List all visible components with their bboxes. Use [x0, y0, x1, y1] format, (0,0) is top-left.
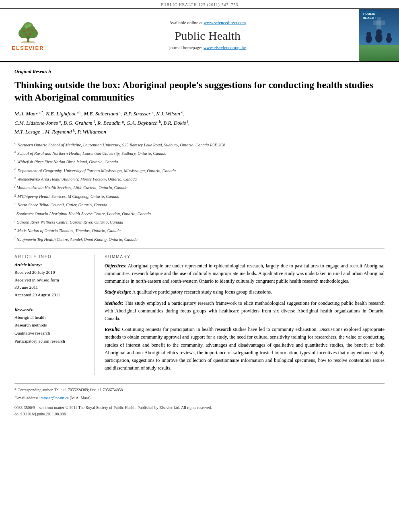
journal-cover-image: PUBLIC HEALTH — [359, 9, 399, 61]
email-author: (M.A. Maar). — [70, 396, 92, 400]
journal-header: ELSEVIER Available online at www.science… — [0, 9, 399, 62]
svg-rect-24 — [373, 21, 385, 25]
keyword-3: Qualitative research — [14, 329, 88, 337]
keyword-4: Participatory action research — [14, 337, 88, 345]
received-date: Received 20 July 2010 — [14, 270, 55, 275]
sciencedirect-link[interactable]: www.sciencedirect.com — [204, 20, 246, 25]
elsevier-logo-area: ELSEVIER — [0, 9, 56, 61]
journal-homepage-link[interactable]: www.elsevier.com/puhe — [204, 45, 246, 50]
journal-homepage: journal homepage: www.elsevier.com/puhe — [169, 45, 246, 50]
affiliation-i: i Southwest Ontario Aboriginal Health Ac… — [14, 209, 385, 217]
keyword-1: Aboriginal health — [14, 314, 88, 322]
article-info-col: ARTICLE INFO Article history: Received 2… — [14, 255, 95, 375]
received-revised-label: Received in revised form — [14, 277, 59, 282]
copyright-notice: 0033-3506/$ – see front matter © 2011 Th… — [14, 405, 385, 411]
objectives-label: Objectives — [105, 263, 125, 269]
corresponding-author: * Corresponding author. Tel.: +1 7055224… — [14, 387, 385, 393]
methods-label: Methods — [105, 300, 122, 306]
main-content: Original Research Thinking outside the b… — [0, 62, 399, 424]
article-type: Original Research — [14, 69, 385, 75]
journal-citation: PUBLIC HEALTH 125 (2011) 747–753 — [161, 2, 239, 7]
summary-col: SUMMARY Objectives: Aboriginal people ar… — [105, 255, 385, 375]
results-label: Results — [105, 327, 119, 332]
svg-point-18 — [366, 32, 371, 37]
journal-badge: PUBLIC HEALTH — [361, 11, 377, 21]
affiliation-l: l Naojmowin Teg Health Centre, Aundek Om… — [14, 235, 385, 243]
journal-name: Public Health — [175, 29, 241, 43]
svg-point-9 — [28, 24, 31, 27]
affiliation-j: j Garden River Wellness Centre, Garden R… — [14, 218, 385, 226]
summary-results: Results: Continuing requests for partici… — [105, 326, 385, 372]
article-dates: Received 20 July 2010 Received in revise… — [14, 269, 88, 299]
affiliation-b: b School of Rural and Northern Health, L… — [14, 149, 385, 157]
svg-point-22 — [387, 33, 391, 37]
elsevier-brand-label: ELSEVIER — [12, 45, 44, 51]
email-line: E-mail address: mmaar@nosm.ca (M.A. Maar… — [14, 395, 385, 401]
affiliation-g: g M'Chigeeng Health Services, M'Chigeeng… — [14, 192, 385, 200]
affiliation-e: e Weeneebayko Area Health Authority, Moo… — [14, 175, 385, 183]
svg-point-12 — [27, 29, 29, 30]
affiliation-a: a Northern Ontario School of Medicine, L… — [14, 140, 385, 148]
footer-legal: 0033-3506/$ – see front matter © 2011 Th… — [14, 405, 385, 417]
affiliations: a Northern Ontario School of Medicine, L… — [14, 140, 385, 243]
affiliation-h: h North Shore Tribal Council, Cutler, On… — [14, 200, 385, 208]
received-revised-date: 30 June 2011 — [14, 285, 38, 290]
svg-point-10 — [23, 31, 25, 32]
email-link[interactable]: mmaar@nosm.ca — [41, 396, 69, 400]
summary-objectives: Objectives: Aboriginal people are under-… — [105, 262, 385, 286]
doi: doi:10.1016/j.puhe.2011.08.006 — [14, 411, 385, 417]
study-design-label: Study design — [105, 289, 130, 295]
affiliation-k: k Metis Nation of Ontario Timmins, Timmi… — [14, 226, 385, 234]
email-label: E-mail address: — [14, 396, 39, 400]
journal-center: Available online at www.sciencedirect.co… — [56, 9, 359, 61]
divider — [14, 249, 385, 249]
accepted-date: Accepted 29 August 2011 — [14, 292, 60, 297]
svg-point-11 — [31, 30, 33, 31]
svg-rect-16 — [359, 45, 399, 61]
affiliation-c: c Whitefish River First Nation Birch Isl… — [14, 157, 385, 165]
summary-study-design: Study design: A qualitative participator… — [105, 288, 385, 296]
footer-notes: * Corresponding author. Tel.: +1 7055224… — [14, 383, 385, 417]
article-history-label: Article history: — [14, 262, 88, 267]
affiliation-d: d Department of Geography, University of… — [14, 166, 385, 174]
summary-heading: SUMMARY — [105, 255, 385, 259]
two-col-section: ARTICLE INFO Article history: Received 2… — [14, 255, 385, 375]
svg-point-13 — [25, 34, 27, 35]
keyword-2: Research methods — [14, 321, 88, 329]
article-info-heading: ARTICLE INFO — [14, 255, 88, 259]
contact-tel: Tel.: +1 7055224369; fax: +1 7056754858. — [54, 388, 124, 392]
elsevier-tree-icon — [12, 19, 44, 43]
svg-point-1 — [21, 41, 35, 43]
available-online-text: Available online at www.sciencedirect.co… — [169, 20, 246, 25]
authors-line: M.A. Maar a,*, N.E. Lightfoot a,b, M.E. … — [14, 109, 385, 136]
corresponding-label: * Corresponding author. — [14, 388, 53, 392]
summary-methods: Methods: This study employed a participa… — [105, 300, 385, 323]
svg-point-8 — [25, 25, 29, 29]
keywords-list: Aboriginal health Research methods Quali… — [14, 314, 88, 345]
svg-point-20 — [376, 29, 382, 35]
article-title: Thinking outside the box: Aboriginal peo… — [14, 79, 385, 104]
keywords-divider — [14, 303, 88, 303]
svg-point-14 — [29, 33, 31, 35]
keywords-label: Keywords: — [14, 307, 88, 312]
journal-top-bar: PUBLIC HEALTH 125 (2011) 747–753 — [0, 0, 399, 9]
affiliation-f: f Mnaamodzawin Health Services, Little C… — [14, 183, 385, 191]
